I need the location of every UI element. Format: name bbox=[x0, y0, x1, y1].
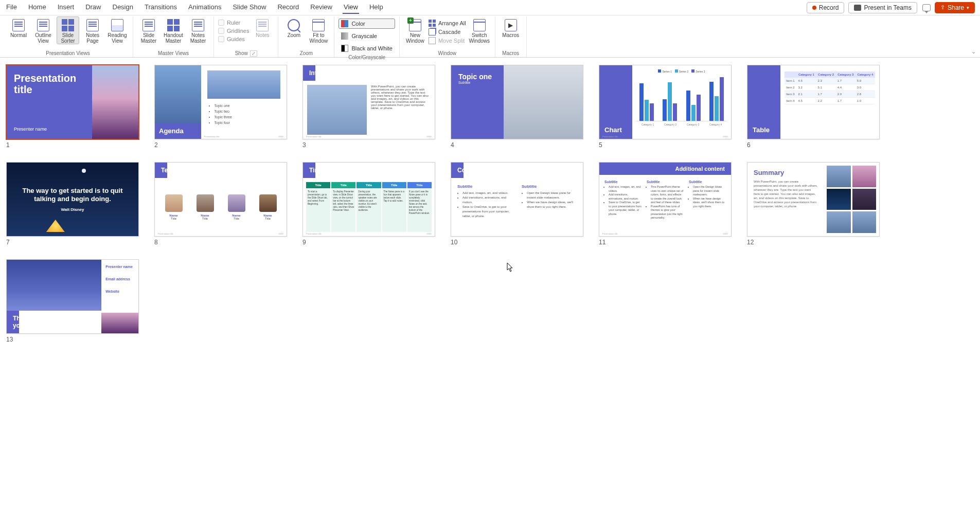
s12-body: With PowerPoint, you can create presenta… bbox=[754, 180, 817, 208]
table: Category 1Category 2Category 3Category 4… bbox=[785, 71, 875, 104]
s7-author: Walt Disney bbox=[61, 207, 84, 212]
tab-transitions[interactable]: Transitions bbox=[144, 1, 178, 14]
outline-view-button[interactable]: Outline View bbox=[32, 16, 55, 44]
slide-number: 7 bbox=[6, 239, 139, 246]
tab-draw[interactable]: Draw bbox=[84, 1, 102, 14]
show-dialog-launcher[interactable]: ⤢ bbox=[250, 50, 257, 57]
reading-label: Reading View bbox=[108, 32, 127, 44]
s7-quote: The way to get started is to quit talkin… bbox=[17, 187, 128, 203]
arrange-all-button[interactable]: Arrange All bbox=[429, 20, 466, 27]
tab-view[interactable]: View bbox=[343, 1, 359, 14]
s11-title: Additional content bbox=[599, 163, 731, 175]
slide-number: 6 bbox=[747, 141, 880, 149]
zoom-button[interactable]: Zoom bbox=[282, 16, 305, 39]
s2-item: Topic three bbox=[215, 114, 280, 120]
slide-2[interactable]: Agenda Topic one Topic two Topic three T… bbox=[154, 65, 287, 149]
s2-item: Topic one bbox=[215, 103, 280, 109]
handout-master-button[interactable]: Handout Master bbox=[162, 16, 185, 44]
tab-review[interactable]: Review bbox=[309, 1, 333, 14]
s3-body: With PowerPoint, you can create presenta… bbox=[371, 85, 431, 135]
ruler-checkbox[interactable]: Ruler bbox=[218, 20, 249, 26]
color-mode-button[interactable]: Color bbox=[338, 19, 395, 29]
menubar: File Home Insert Draw Design Transitions… bbox=[0, 0, 980, 15]
gridlines-checkbox[interactable]: Gridlines bbox=[218, 28, 249, 34]
slide-8[interactable]: Team NameTitle NameTitle NameTitle NameT… bbox=[154, 162, 287, 246]
switch-icon bbox=[473, 19, 486, 31]
record-icon bbox=[812, 6, 816, 10]
macros-button[interactable]: ▶Macros bbox=[500, 16, 522, 39]
notespage-icon bbox=[86, 19, 99, 31]
s8-title: Team bbox=[155, 163, 167, 178]
slide-10[interactable]: Content SubtitleAdd text, images, art, a… bbox=[451, 162, 583, 246]
bw-mode-button[interactable]: Black and White bbox=[338, 43, 395, 53]
reading-view-button[interactable]: Reading View bbox=[106, 16, 129, 44]
slide-number: 12 bbox=[747, 239, 880, 246]
chart-area bbox=[636, 75, 727, 121]
split-icon bbox=[429, 37, 436, 44]
slide-sorter-button[interactable]: Slide Sorter bbox=[57, 16, 79, 44]
normal-view-button[interactable]: Normal bbox=[7, 16, 30, 39]
grayscale-label: Grayscale bbox=[351, 33, 377, 39]
collapse-ribbon-button[interactable]: ⌄ bbox=[971, 48, 976, 55]
s2-title: Agenda bbox=[155, 123, 201, 139]
tab-slideshow[interactable]: Slide Show bbox=[231, 1, 267, 14]
slide-7[interactable]: The way to get started is to quit talkin… bbox=[6, 162, 139, 246]
slide-11[interactable]: Additional content SubtitleAdd text, ima… bbox=[599, 162, 732, 246]
group-color: Color Grayscale Black and White Color/Gr… bbox=[334, 16, 399, 57]
s3-title: Introduction bbox=[303, 65, 315, 81]
cascade-button[interactable]: Cascade bbox=[429, 28, 466, 35]
slide-3[interactable]: Introduction With PowerPoint, you can cr… bbox=[302, 65, 435, 149]
guides-checkbox[interactable]: Guides bbox=[218, 36, 249, 42]
slide-number: 8 bbox=[154, 239, 287, 246]
notes-master-button[interactable]: Notes Master bbox=[187, 16, 209, 44]
zoom-label: Zoom bbox=[288, 32, 301, 38]
fit-window-button[interactable]: Fit to Window bbox=[307, 16, 330, 44]
group-master-views: Slide Master Handout Master Notes Master… bbox=[133, 16, 214, 57]
tab-design[interactable]: Design bbox=[112, 1, 134, 14]
notesmaster-icon bbox=[192, 19, 204, 31]
switch-windows-button[interactable]: Switch Windows bbox=[468, 16, 491, 44]
tab-animations[interactable]: Animations bbox=[187, 1, 222, 14]
ruler-label: Ruler bbox=[227, 20, 240, 26]
present-teams-button[interactable]: Present in Teams bbox=[848, 2, 917, 13]
share-label: Share bbox=[948, 4, 964, 11]
slide-1[interactable]: Presentation titlePresenter name 1 bbox=[6, 65, 139, 149]
slide-6[interactable]: Table Category 1Category 2Category 3Cate… bbox=[747, 65, 880, 149]
notes-icon bbox=[256, 19, 269, 31]
group-label-window: Window bbox=[438, 49, 457, 57]
slide-9[interactable]: Timeline TitleTo start a presentation, g… bbox=[302, 162, 435, 246]
s13-title: Thank you bbox=[7, 311, 19, 333]
s6-title: Table bbox=[747, 65, 780, 139]
tab-file[interactable]: File bbox=[5, 1, 18, 14]
slide-5[interactable]: Chart Series 1 Series 2 Series 3 Categor… bbox=[599, 65, 732, 149]
gridlines-label: Gridlines bbox=[227, 28, 249, 34]
slide-13[interactable]: Thank you Presenter nameEmail addressWeb… bbox=[6, 259, 139, 343]
slide-12[interactable]: SummaryWith PowerPoint, you can create p… bbox=[747, 162, 880, 246]
record-button[interactable]: Record bbox=[807, 2, 845, 13]
tab-record[interactable]: Record bbox=[276, 1, 300, 14]
normal-label: Normal bbox=[10, 32, 27, 38]
slide-4[interactable]: Topic oneSubtitle 4 bbox=[451, 65, 583, 149]
slide-number: 9 bbox=[302, 239, 435, 246]
newwindow-icon: + bbox=[409, 19, 421, 31]
tab-home[interactable]: Home bbox=[27, 1, 47, 14]
tab-insert[interactable]: Insert bbox=[57, 1, 76, 14]
group-presentation-views: Normal Outline View Slide Sorter Notes P… bbox=[3, 16, 133, 57]
grayscale-mode-button[interactable]: Grayscale bbox=[338, 31, 395, 41]
handout-label: Handout Master bbox=[164, 32, 183, 44]
group-show: Ruler Gridlines Guides Notes Show⤢ bbox=[214, 16, 278, 57]
notes-page-button[interactable]: Notes Page bbox=[81, 16, 104, 44]
s1-presenter: Presenter name bbox=[14, 127, 85, 132]
tab-help[interactable]: Help bbox=[368, 1, 384, 14]
share-button[interactable]: ⇪Share▾ bbox=[935, 2, 975, 13]
group-label-color: Color/Grayscale bbox=[348, 53, 385, 61]
group-label-mv: Master Views bbox=[158, 49, 189, 57]
new-window-button[interactable]: +New Window bbox=[404, 16, 426, 44]
slide-number: 5 bbox=[599, 141, 732, 149]
slide-number: 1 bbox=[6, 141, 139, 149]
slide-sorter[interactable]: Presentation titlePresenter name 1 Agend… bbox=[0, 58, 980, 520]
guides-label: Guides bbox=[227, 36, 245, 42]
comments-icon[interactable] bbox=[922, 4, 931, 11]
switch-label: Switch Windows bbox=[469, 32, 490, 44]
slide-master-button[interactable]: Slide Master bbox=[137, 16, 160, 44]
